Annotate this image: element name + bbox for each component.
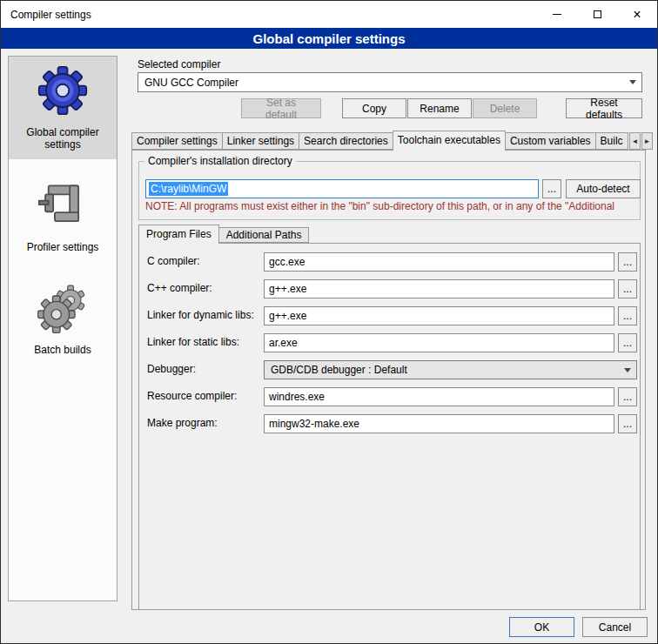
tab-compiler-settings[interactable]: Compiler settings [131, 132, 223, 150]
debugger-dropdown[interactable]: GDB/CDB debugger : Default [264, 360, 637, 379]
c-compiler-value: gcc.exe [269, 256, 305, 268]
reset-defaults-button[interactable]: Reset defaults [566, 98, 642, 118]
installation-directory-input[interactable]: C:\raylib\MinGW [145, 179, 539, 198]
installation-directory-group-label: Compiler's installation directory [144, 155, 296, 167]
installation-note: NOTE: All programs must exist either in … [145, 200, 638, 212]
selected-compiler-dropdown[interactable]: GNU GCC Compiler [138, 72, 642, 92]
window-title: Compiler settings [1, 9, 91, 21]
tab-scroll-left-button[interactable]: ◄ [629, 132, 641, 150]
sidebar-item-label: Profiler settings [27, 241, 99, 253]
dynamic-linker-label: Linker for dynamic libs: [147, 309, 254, 321]
compiler-settings-dialog: Compiler settings × Global compiler sett… [0, 0, 658, 644]
scroll-right-icon: ► [644, 138, 651, 145]
copy-button[interactable]: Copy [342, 98, 406, 118]
auto-detect-button[interactable]: Auto-detect [566, 179, 641, 198]
subtab-program-files[interactable]: Program Files [138, 225, 219, 244]
installation-directory-value: C:\raylib\MinGW [149, 182, 228, 196]
static-linker-label: Linker for static libs: [147, 336, 239, 348]
tab-search-directories[interactable]: Search directories [299, 132, 393, 150]
dynamic-linker-input[interactable]: g++.exe [264, 306, 614, 325]
executables-subtabs: Program Files Additional Paths [138, 225, 309, 244]
cancel-button[interactable]: Cancel [582, 617, 648, 637]
close-button[interactable]: × [617, 1, 657, 28]
minimize-icon [553, 14, 561, 15]
selected-compiler-value: GNU GCC Compiler [138, 77, 624, 89]
static-linker-value: ar.exe [269, 337, 298, 349]
resource-compiler-browse-button[interactable]: ... [618, 387, 637, 406]
c-compiler-input[interactable]: gcc.exe [264, 252, 614, 272]
tab-build-options[interactable]: Builc [595, 132, 628, 150]
settings-sidebar: Global compiler settings Profiler settin… [8, 56, 118, 601]
tab-linker-settings[interactable]: Linker settings [222, 132, 299, 150]
resource-compiler-label: Resource compiler: [147, 390, 237, 402]
titlebar: Compiler settings × [1, 1, 657, 28]
ok-button[interactable]: OK [509, 617, 574, 637]
window-controls: × [537, 1, 657, 28]
make-program-label: Make program: [147, 417, 218, 429]
rename-button[interactable]: Rename [407, 98, 472, 118]
static-linker-browse-button[interactable]: ... [618, 333, 637, 352]
sidebar-item-label: Global compiler settings [10, 126, 115, 151]
dialog-header: Global compiler settings [1, 28, 657, 49]
tab-scroll-right-button[interactable]: ► [641, 132, 653, 150]
minimize-button[interactable] [537, 1, 577, 28]
gear-icon [37, 65, 88, 116]
compiler-actions-row: Set as default Copy Rename Delete Reset … [138, 98, 642, 118]
maximize-button[interactable] [577, 1, 617, 28]
sidebar-item-global-compiler-settings[interactable]: Global compiler settings [9, 57, 117, 159]
maximize-icon [594, 10, 601, 18]
debugger-value: GDB/CDB debugger : Default [265, 364, 619, 376]
sidebar-item-label: Batch builds [34, 344, 91, 356]
debugger-label: Debugger: [147, 363, 196, 375]
selected-compiler-label: Selected compiler [138, 58, 220, 70]
c-compiler-label: C compiler: [147, 255, 200, 267]
static-linker-input[interactable]: ar.exe [264, 333, 614, 352]
batch-builds-gears-icon [37, 283, 88, 333]
cpp-compiler-browse-button[interactable]: ... [618, 279, 637, 299]
cpp-compiler-input[interactable]: g++.exe [264, 279, 614, 299]
make-program-input[interactable]: mingw32-make.exe [264, 414, 614, 433]
c-compiler-browse-button[interactable]: ... [618, 252, 637, 272]
scroll-left-icon: ◄ [632, 138, 639, 145]
sidebar-item-profiler-settings[interactable]: Profiler settings [9, 171, 117, 262]
resource-compiler-value: windres.exe [269, 391, 325, 403]
sidebar-item-batch-builds[interactable]: Batch builds [9, 274, 117, 365]
tab-custom-variables[interactable]: Custom variables [505, 132, 596, 150]
tab-toolchain-executables[interactable]: Toolchain executables [393, 131, 506, 151]
dialog-header-title: Global compiler settings [252, 31, 405, 46]
close-icon: × [633, 8, 641, 22]
browse-directory-button[interactable]: ... [542, 179, 561, 198]
subtab-additional-paths[interactable]: Additional Paths [218, 227, 310, 243]
profiler-clamp-icon [37, 180, 88, 231]
set-as-default-button[interactable]: Set as default [241, 98, 321, 118]
resource-compiler-input[interactable]: windres.exe [264, 387, 614, 406]
make-program-browse-button[interactable]: ... [618, 414, 637, 433]
dropdown-arrow-icon [619, 361, 636, 379]
dynamic-linker-browse-button[interactable]: ... [618, 306, 637, 325]
cpp-compiler-label: C++ compiler: [147, 282, 212, 294]
dynamic-linker-value: g++.exe [269, 310, 306, 322]
dropdown-arrow-icon [624, 73, 641, 91]
delete-button[interactable]: Delete [473, 98, 537, 118]
make-program-value: mingw32-make.exe [269, 418, 359, 430]
cpp-compiler-value: g++.exe [269, 283, 306, 295]
compiler-settings-tabs: Compiler settings Linker settings Search… [131, 131, 630, 151]
